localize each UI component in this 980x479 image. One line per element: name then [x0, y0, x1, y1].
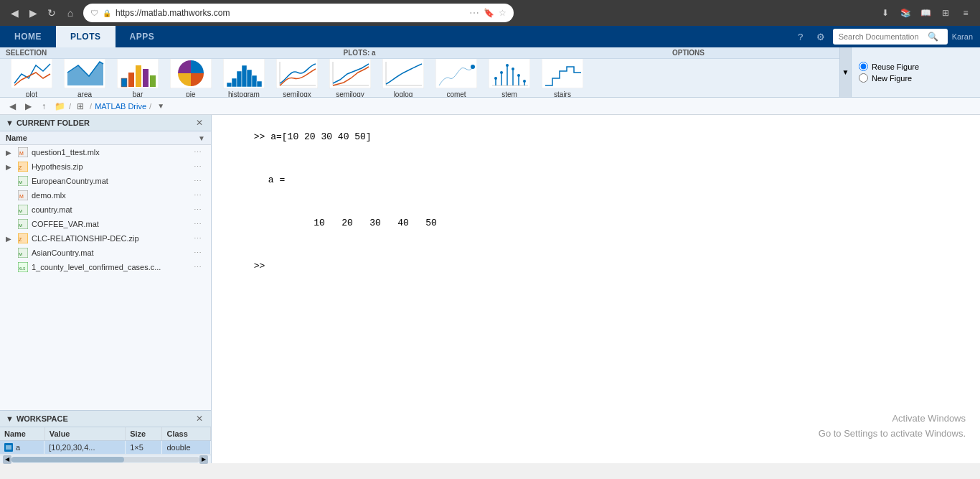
- plot-item-plot[interactable]: plot: [6, 59, 57, 97]
- horizontal-scrollbar[interactable]: ◀ ▶: [0, 455, 211, 463]
- list-item[interactable]: M country.mat ⋯: [0, 203, 211, 217]
- more-icon[interactable]: ⋯: [194, 205, 205, 215]
- more-icon[interactable]: ⋯: [194, 234, 205, 243]
- more-icon[interactable]: ⋯: [194, 191, 205, 200]
- plot-item-area[interactable]: area: [59, 59, 110, 97]
- browser-menu-icon[interactable]: ≡: [957, 4, 974, 22]
- file-name: question1_ttest.mlx: [32, 148, 191, 157]
- workspace-row[interactable]: a [10,20,30,4... 1×5 double: [0, 440, 211, 455]
- ws-col-size[interactable]: Size: [126, 427, 162, 441]
- address-bar[interactable]: 🛡 🔒 https://matlab.mathworks.com ⋯ 🔖 ☆: [83, 4, 514, 22]
- extensions-icon[interactable]: ⊞: [937, 4, 954, 22]
- path-up-button[interactable]: ↑: [37, 100, 50, 113]
- file-icon-xlsx: XLS: [17, 261, 29, 273]
- activate-line2: Go to Settings to activate Windows.: [819, 427, 966, 442]
- bookmarks-icon[interactable]: 📚: [897, 4, 914, 22]
- help-icon[interactable]: ?: [793, 29, 809, 45]
- url-text: https://matlab.mathworks.com: [116, 8, 465, 18]
- browser-nav-buttons: ◀ ▶ ↻ ⌂: [6, 4, 79, 22]
- reuse-figure-radio[interactable]: [859, 62, 868, 71]
- plot-item-loglog[interactable]: loglog: [377, 59, 429, 97]
- list-item[interactable]: M COFFEE_VAR.mat ⋯: [0, 217, 211, 231]
- list-item[interactable]: XLS 1_county_level_confirmed_cases.c... …: [0, 260, 211, 274]
- list-item[interactable]: ▶ Z CLC-RELATIONSHIP-DEC.zip ⋯: [0, 231, 211, 246]
- reuse-figure-option[interactable]: Reuse Figure: [859, 62, 919, 71]
- list-item[interactable]: ▶ M question1_ttest.mlx ⋯: [0, 145, 211, 159]
- ws-col-class[interactable]: Class: [162, 427, 211, 441]
- path-browse-button[interactable]: 📁: [53, 100, 66, 113]
- current-folder-close-button[interactable]: ✕: [194, 117, 205, 129]
- path-dropdown-button[interactable]: ▼: [154, 100, 167, 113]
- folder-list: ▶ M question1_ttest.mlx ⋯ ▶ Z Hypothesis…: [0, 145, 211, 410]
- search-doc-input[interactable]: [839, 32, 925, 41]
- plot-item-histogram[interactable]: histogram: [218, 59, 270, 97]
- current-folder-label: CURRENT FOLDER: [17, 118, 90, 127]
- home-button[interactable]: ⌂: [62, 4, 79, 22]
- workspace-close-button[interactable]: ✕: [194, 413, 205, 424]
- cmd-output-a: a =: [254, 175, 285, 185]
- plot-label-histogram: histogram: [228, 90, 260, 97]
- ws-col-name[interactable]: Name: [0, 427, 44, 441]
- cmd-input-1: a=[10 20 30 40 50]: [270, 131, 371, 142]
- path-separator-1: /: [69, 102, 71, 111]
- file-icon-zip2: Z: [17, 233, 29, 244]
- list-item[interactable]: M demo.mlx ⋯: [0, 188, 211, 203]
- reading-mode-icon[interactable]: 📖: [917, 4, 934, 22]
- plot-icon-pie: [169, 59, 212, 89]
- plot-item-comet[interactable]: comet: [430, 59, 482, 97]
- svg-point-33: [494, 77, 497, 80]
- search-doc-box[interactable]: 🔍: [833, 29, 948, 45]
- path-forward-button[interactable]: ▶: [22, 100, 34, 113]
- folder-col-name[interactable]: Name: [6, 134, 195, 142]
- tab-apps[interactable]: APPS: [116, 26, 169, 47]
- activate-line1: Activate Windows: [819, 411, 966, 427]
- back-button[interactable]: ◀: [6, 4, 23, 22]
- more-icon[interactable]: ⋯: [194, 177, 205, 186]
- more-icon[interactable]: ⋯: [194, 263, 205, 272]
- command-window[interactable]: >> a=[10 20 30 40 50] a = 10 20 30 40 50…: [212, 115, 980, 463]
- workspace-collapse-icon: ▼: [6, 414, 14, 423]
- plot-icon-area: [63, 59, 106, 89]
- browser-right-icons: ⬇ 📚 📖 ⊞ ≡: [877, 4, 974, 22]
- more-icon[interactable]: ⋯: [194, 162, 205, 172]
- list-item[interactable]: M AsianCountry.mat ⋯: [0, 246, 211, 260]
- download-icon[interactable]: ⬇: [877, 4, 894, 22]
- forward-button[interactable]: ▶: [24, 4, 42, 22]
- settings-icon[interactable]: ⚙: [813, 29, 829, 45]
- path-root-button[interactable]: ⊞: [74, 100, 87, 113]
- list-item[interactable]: M EuropeanCountry.mat ⋯: [0, 174, 211, 188]
- svg-point-43: [523, 80, 526, 83]
- scroll-thumb[interactable]: [11, 457, 124, 462]
- plot-item-stairs[interactable]: stairs: [537, 59, 588, 97]
- svg-text:M: M: [19, 252, 22, 256]
- cmd-prompt-1: >>: [254, 131, 270, 142]
- scroll-right-button[interactable]: ▶: [199, 455, 208, 464]
- tab-plots[interactable]: PLOTS: [56, 26, 116, 47]
- svg-rect-28: [435, 59, 477, 88]
- ws-col-value[interactable]: Value: [44, 427, 125, 441]
- plot-item-stem[interactable]: stem: [484, 59, 535, 97]
- plot-item-pie[interactable]: pie: [165, 59, 217, 97]
- new-figure-option[interactable]: New Figure: [859, 73, 919, 83]
- scroll-left-button[interactable]: ◀: [3, 455, 11, 464]
- toolbar-expand-icon[interactable]: ▼: [839, 47, 851, 97]
- plot-item-semilogy[interactable]: semilogy: [324, 59, 376, 97]
- list-item[interactable]: ▶ Z Hypothesis.zip ⋯: [0, 159, 211, 174]
- more-icon[interactable]: ⋯: [194, 148, 205, 157]
- selection-label: SELECTION: [6, 49, 47, 57]
- path-item-matlab-drive[interactable]: MATLAB Drive: [95, 102, 146, 111]
- new-figure-radio[interactable]: [859, 73, 868, 83]
- user-name: Karan: [952, 32, 973, 41]
- path-back-button[interactable]: ◀: [6, 100, 19, 113]
- workspace-section: ▼ WORKSPACE ✕ Name Value Size Class: [0, 410, 211, 455]
- svg-rect-8: [143, 69, 149, 87]
- svg-point-41: [517, 74, 520, 77]
- tab-home[interactable]: HOME: [0, 26, 56, 47]
- refresh-button[interactable]: ↻: [43, 4, 60, 22]
- workspace-header: ▼ WORKSPACE ✕: [0, 411, 211, 427]
- more-icon[interactable]: ⋯: [194, 220, 205, 229]
- plot-item-bar[interactable]: bar: [112, 59, 164, 97]
- plot-item-semilogx[interactable]: semilogx: [271, 59, 323, 97]
- more-icon[interactable]: ⋯: [194, 248, 205, 258]
- plot-label-semilogy: semilogy: [336, 90, 364, 97]
